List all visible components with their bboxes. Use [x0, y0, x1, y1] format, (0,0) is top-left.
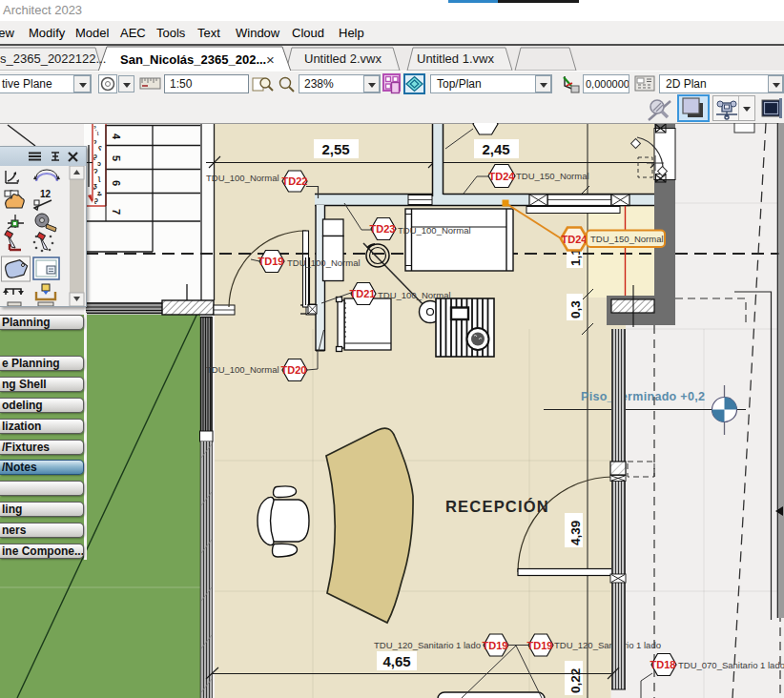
svg-text:ʕ: ʕ — [98, 145, 102, 152]
svg-text:ͻ: ͻ — [97, 160, 101, 167]
svg-text:TD23: TD23 — [370, 223, 396, 235]
svg-text:4,65: 4,65 — [382, 653, 410, 669]
svg-text:ᶗ: ᶗ — [94, 196, 98, 204]
svg-text:TDU_150_Normal: TDU_150_Normal — [590, 234, 664, 244]
svg-text:TDU_120_Sanitario 1 lado: TDU_120_Sanitario 1 lado — [374, 640, 481, 650]
svg-text:×: × — [266, 51, 275, 68]
svg-text:2,55: 2,55 — [321, 141, 349, 157]
svg-text:TD19: TD19 — [258, 256, 284, 267]
svg-text:TDU_100_Normal: TDU_100_Normal — [398, 225, 471, 236]
svg-text:TDU_120_Sanitario 1 lado: TDU_120_Sanitario 1 lado — [554, 640, 661, 650]
svg-text:TDU_100_Normal: TDU_100_Normal — [206, 173, 279, 183]
svg-text:TD21: TD21 — [350, 288, 376, 299]
svg-text:ʑ: ʑ — [97, 190, 102, 196]
svg-text:4: 4 — [111, 133, 122, 140]
svg-text:4,39: 4,39 — [568, 521, 583, 545]
svg-text:TD19: TD19 — [527, 640, 553, 651]
svg-text:TD22: TD22 — [282, 175, 308, 187]
svg-text:Untitled 1.vwx: Untitled 1.vwx — [417, 51, 494, 66]
svg-text:ᶗ: ᶗ — [93, 153, 97, 160]
svg-text:RECEPCIÓN: RECEPCIÓN — [445, 498, 549, 515]
svg-text:San_Nicolás_2365_202...: San_Nicolás_2365_202... — [120, 52, 266, 67]
svg-text:TDU_100_Normal: TDU_100_Normal — [206, 364, 279, 375]
svg-text:TDU_150_Normal: TDU_150_Normal — [516, 171, 589, 181]
svg-text:TDU_100_Normal: TDU_100_Normal — [378, 290, 451, 300]
svg-text:Piso_Terminado +0,2: Piso_Terminado +0,2 — [581, 390, 705, 403]
svg-text:2,45: 2,45 — [482, 141, 509, 157]
svg-text:5: 5 — [111, 155, 122, 161]
svg-text:s_2365_2022122...: s_2365_2022122... — [0, 51, 106, 66]
svg-text:TD19: TD19 — [483, 640, 508, 651]
svg-text:6: 6 — [111, 180, 122, 186]
svg-text:TD24: TD24 — [489, 171, 516, 182]
svg-text:0,22: 0,22 — [568, 668, 583, 693]
svg-text:TDU_100_Normal: TDU_100_Normal — [287, 257, 361, 268]
svg-text:TDU_070_Sanitario 1 lado: TDU_070_Sanitario 1 lado — [678, 660, 784, 670]
svg-text:ᶚ: ᶚ — [93, 182, 97, 190]
svg-text:12: 12 — [40, 189, 52, 199]
svg-text:TD18: TD18 — [650, 659, 676, 670]
svg-text:TD24: TD24 — [562, 234, 588, 245]
svg-text:Untitled 2.vwx: Untitled 2.vwx — [304, 51, 382, 66]
svg-text:0,3: 0,3 — [568, 300, 583, 318]
svg-text:Ɂ: Ɂ — [93, 168, 98, 174]
svg-text:7: 7 — [111, 209, 122, 215]
svg-text:TD20: TD20 — [281, 364, 307, 376]
